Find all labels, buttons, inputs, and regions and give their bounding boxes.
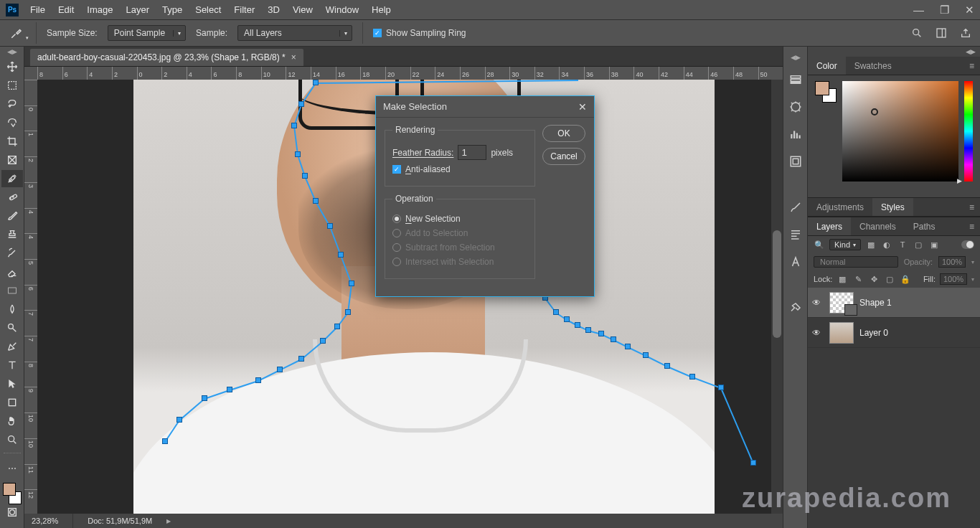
menu-file[interactable]: File (30, 4, 45, 15)
opacity-input[interactable]: 100% (938, 256, 966, 268)
feather-input[interactable] (458, 145, 486, 160)
close-tab-icon[interactable]: × (291, 52, 296, 62)
eraser-tool[interactable] (1, 263, 23, 280)
filter-toggle[interactable] (961, 240, 974, 249)
tab-color[interactable]: Color (808, 57, 846, 75)
tab-styles[interactable]: Styles (872, 198, 913, 216)
menu-window[interactable]: Window (326, 4, 359, 15)
filter-adjust-icon[interactable]: ◐ (881, 239, 892, 250)
fg-swatch[interactable] (815, 81, 829, 95)
panel-menu-icon[interactable]: ≡ (963, 202, 980, 212)
move-tool[interactable] (1, 58, 23, 75)
cancel-button[interactable]: Cancel (542, 148, 585, 165)
filter-pixel-icon[interactable]: ▩ (865, 239, 877, 250)
dodge-tool[interactable] (1, 319, 23, 336)
menu-select[interactable]: Select (195, 4, 221, 15)
edit-toolbar-icon[interactable]: ⋯ (1, 460, 23, 477)
brushes-icon[interactable] (787, 199, 804, 216)
spectrum-cursor[interactable] (871, 108, 878, 116)
lock-position-icon[interactable]: ✥ (868, 273, 880, 285)
visibility-eye-icon[interactable]: 👁 (812, 328, 824, 338)
layer-row[interactable]: 👁 Layer 0 (808, 318, 980, 348)
blend-mode-dropdown[interactable]: Normal (814, 256, 898, 268)
search-icon[interactable]: 🔍 (814, 239, 825, 250)
menu-view[interactable]: View (293, 4, 313, 15)
layout-icon[interactable] (934, 26, 948, 40)
healing-tool[interactable] (1, 189, 23, 206)
character-icon[interactable] (787, 253, 804, 270)
search-icon[interactable] (910, 26, 924, 40)
filter-kind-dropdown[interactable]: Kind▾ (829, 239, 861, 250)
antialiased-checkbox[interactable]: ✓ Anti-aliased (392, 164, 527, 174)
panel-menu-icon[interactable]: ≡ (963, 222, 980, 232)
tab-adjustments[interactable]: Adjustments (808, 198, 872, 216)
layer-thumbnail[interactable] (829, 292, 854, 314)
history-icon[interactable] (787, 71, 804, 88)
lasso-tool[interactable] (1, 95, 23, 113)
tab-paths[interactable]: Paths (905, 217, 944, 235)
tool-presets-icon[interactable] (787, 299, 804, 316)
layer-thumbnail[interactable] (829, 322, 854, 344)
lock-all-icon[interactable]: 🔒 (900, 273, 911, 285)
vector-mask-thumb[interactable] (844, 304, 857, 316)
collapse-toolbox-icon[interactable]: ◀▶ (7, 48, 17, 55)
menu-3d[interactable]: 3D (268, 4, 280, 15)
collapse-panels-icon[interactable]: ◀▶ (808, 47, 980, 57)
ruler-vertical[interactable]: 01234456778910101112 (24, 80, 37, 515)
shape-tool[interactable] (1, 394, 23, 411)
close-icon[interactable]: ✕ (965, 4, 974, 16)
navigator-icon[interactable] (787, 98, 804, 116)
filter-shape-icon[interactable]: ▢ (913, 239, 924, 250)
filter-type-icon[interactable]: T (897, 239, 908, 250)
menu-edit[interactable]: Edit (58, 4, 74, 15)
menu-layer[interactable]: Layer (126, 4, 150, 15)
panel-menu-icon[interactable]: ≡ (963, 61, 980, 71)
restore-icon[interactable]: ❐ (940, 4, 949, 16)
type-tool[interactable] (1, 357, 23, 374)
fill-input[interactable]: 100% (940, 273, 967, 285)
frame-tool[interactable] (1, 151, 23, 169)
marquee-tool[interactable] (1, 77, 23, 94)
paragraph-icon[interactable] (787, 226, 804, 243)
zoom-tool[interactable] (1, 431, 23, 448)
doc-size[interactable]: Doc: 51,9M/51,9M (88, 517, 152, 525)
properties-icon[interactable] (787, 153, 804, 170)
menu-filter[interactable]: Filter (234, 4, 255, 15)
ok-button[interactable]: OK (542, 125, 585, 142)
scrollbar-thumb[interactable] (773, 230, 781, 338)
new-selection-radio[interactable]: New Selection (392, 214, 527, 224)
dialog-titlebar[interactable]: Make Selection ✕ (376, 96, 594, 118)
quick-select-tool[interactable] (1, 114, 23, 131)
dialog-close-icon[interactable]: ✕ (578, 101, 587, 113)
menu-help[interactable]: Help (372, 4, 391, 15)
ruler-horizontal[interactable]: 8642024681012141618202224262830323436384… (37, 67, 783, 80)
history-brush-tool[interactable] (1, 245, 23, 262)
quickmask-icon[interactable] (1, 506, 23, 519)
sample-dropdown[interactable]: All Layers (237, 25, 352, 41)
stamp-tool[interactable] (1, 226, 23, 243)
tab-swatches[interactable]: Swatches (846, 57, 900, 75)
crop-tool[interactable] (1, 133, 23, 150)
histogram-icon[interactable] (787, 126, 804, 143)
color-swatches[interactable] (815, 81, 837, 103)
layer-name[interactable]: Layer 0 (859, 328, 888, 338)
foreground-color-swatch[interactable] (3, 483, 16, 496)
menu-type[interactable]: Type (162, 4, 182, 15)
tool-preset-picker[interactable] (7, 25, 26, 41)
lock-artboard-icon[interactable]: ▢ (884, 273, 895, 285)
color-swatches[interactable] (1, 483, 23, 504)
pen-tool[interactable] (1, 338, 23, 355)
document-tab[interactable]: adult-beard-boy-casual-220453.jpg @ 23,3… (30, 49, 303, 66)
collapse-dock-icon[interactable]: ◀▶ (791, 54, 801, 61)
sample-size-dropdown[interactable]: Point Sample (108, 25, 186, 41)
show-sampling-ring-checkbox[interactable]: ✓ Show Sampling Ring (373, 28, 466, 38)
zoom-value[interactable]: 23,28% (32, 517, 58, 525)
filter-smart-icon[interactable]: ▣ (928, 239, 940, 250)
layer-row[interactable]: 👁 Shape 1 (808, 288, 980, 318)
lock-transparency-icon[interactable]: ▩ (837, 273, 848, 285)
eyedropper-tool[interactable] (1, 170, 23, 187)
tab-layers[interactable]: Layers (808, 217, 851, 235)
visibility-eye-icon[interactable]: 👁 (812, 298, 824, 308)
share-icon[interactable] (958, 26, 973, 40)
hand-tool[interactable] (1, 412, 23, 430)
